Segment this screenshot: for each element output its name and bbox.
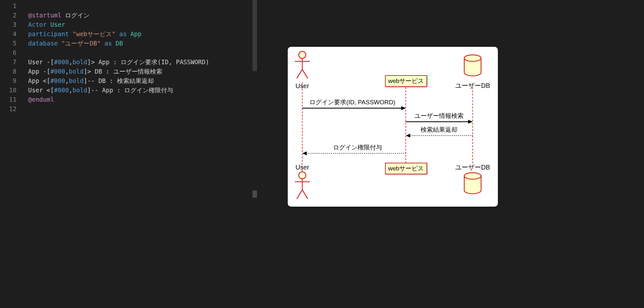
minimap[interactable] (252, 0, 257, 308)
code-token: #000 (54, 58, 69, 66)
code-token: App <[ (28, 77, 50, 84)
code-token: @enduml (28, 96, 54, 103)
svg-line-20 (302, 190, 308, 199)
code-token: Actor (28, 21, 47, 28)
actor-icon-bottom (295, 172, 310, 199)
code-line[interactable] (28, 104, 257, 114)
svg-line-3 (297, 69, 302, 78)
line-number: 12 (0, 104, 24, 114)
database-top-label: ユーザーDB (455, 82, 490, 89)
code-line[interactable] (28, 1, 257, 11)
participant-box-bottom: webサービス (385, 163, 427, 174)
uml-diagram: User webサービス ユーザーDB ログイン要求(ID, PASSWORD) (288, 47, 498, 207)
code-token: , (69, 58, 72, 66)
message-2-label: ユーザー情報検索 (414, 112, 464, 119)
code-token: "ユーザーDB" (61, 40, 101, 47)
line-number: 9 (0, 76, 24, 86)
code-editor-pane[interactable]: 123456789101112 @startuml ログインActor User… (0, 0, 257, 308)
code-token: , (65, 68, 69, 75)
code-line[interactable]: database "ユーザーDB" as DB (28, 39, 257, 48)
code-token: database (28, 40, 58, 47)
svg-line-19 (297, 190, 302, 199)
line-number: 8 (0, 67, 24, 76)
preview-pane: User webサービス ユーザーDB ログイン要求(ID, PASSWORD) (257, 0, 644, 308)
participant-box-top: webサービス (385, 76, 427, 87)
code-line[interactable]: User -[#000,bold]> App : ログイン要求(ID, PASS… (28, 57, 257, 67)
code-area[interactable]: @startuml ログインActor Userparticipant "web… (24, 0, 257, 308)
code-token: User (50, 21, 65, 28)
code-line[interactable]: Actor User (28, 20, 257, 29)
database-bottom-label: ユーザーDB (455, 164, 490, 171)
code-line[interactable]: participant "webサービス" as App (28, 29, 257, 39)
line-number: 10 (0, 86, 24, 95)
minimap-viewport[interactable] (252, 0, 257, 71)
message-1-label: ログイン要求(ID, PASSWORD) (309, 99, 395, 106)
code-token: DB (116, 40, 123, 47)
code-token: ]> DB : ユーザー情報検索 (84, 68, 163, 75)
code-token (127, 30, 130, 37)
actor-icon-top (295, 51, 310, 78)
code-token: "webサービス" (72, 30, 115, 37)
participant-bottom-label: webサービス (388, 165, 424, 172)
line-number: 3 (0, 20, 24, 29)
line-number: 11 (0, 95, 24, 104)
svg-point-7 (464, 55, 481, 61)
code-token: User <[ (28, 87, 54, 94)
code-line[interactable] (28, 48, 257, 57)
code-token: , (65, 77, 69, 84)
code-token: ]-- DB : 検索結果返却 (84, 77, 154, 84)
code-line[interactable]: User <[#000,bold]-- App : ログイン権限付与 (28, 86, 257, 95)
svg-marker-15 (302, 151, 307, 155)
line-number: 2 (0, 11, 24, 20)
code-token: App (130, 30, 141, 37)
code-token: bold (72, 58, 87, 66)
actor-top-label: User (295, 82, 309, 89)
code-token (112, 40, 115, 47)
minimap-slider[interactable] (252, 190, 257, 198)
sequence-diagram-svg: User webサービス ユーザーDB ログイン要求(ID, PASSWORD) (288, 47, 498, 207)
code-line[interactable]: App -[#000,bold]> DB : ユーザー情報検索 (28, 67, 257, 76)
code-line[interactable]: @startuml ログイン (28, 11, 257, 20)
code-token (69, 30, 72, 37)
message-4: ログイン権限付与 (302, 144, 406, 155)
code-token: @startuml (28, 12, 61, 19)
message-3-label: 検索結果返却 (421, 126, 457, 133)
code-line[interactable]: @enduml (28, 95, 257, 104)
database-icon-top (464, 55, 481, 76)
code-token (47, 21, 50, 28)
code-token: App -[ (28, 68, 50, 75)
line-number: 6 (0, 48, 24, 57)
line-number: 7 (0, 57, 24, 67)
code-token (116, 30, 119, 37)
line-number: 4 (0, 29, 24, 39)
code-token: bold (69, 77, 84, 84)
svg-marker-9 (401, 106, 406, 110)
actor-bottom-label: User (295, 164, 309, 171)
code-token: #000 (54, 87, 69, 94)
code-token: User -[ (28, 58, 54, 66)
code-token: ]> App : ログイン要求(ID, PASSWORD) (87, 58, 209, 66)
message-4-label: ログイン権限付与 (333, 144, 382, 151)
code-token: #000 (50, 68, 65, 75)
code-token: as (119, 30, 127, 37)
code-token: bold (72, 87, 87, 94)
svg-point-16 (299, 172, 306, 179)
message-1: ログイン要求(ID, PASSWORD) (302, 99, 406, 110)
line-number: 1 (0, 1, 24, 11)
svg-point-23 (464, 173, 481, 179)
line-number: 5 (0, 39, 24, 48)
code-token (58, 40, 61, 47)
svg-line-4 (302, 69, 308, 78)
svg-marker-11 (468, 120, 473, 124)
code-token: , (69, 87, 72, 94)
code-token: #000 (50, 77, 65, 84)
database-icon-bottom (464, 173, 481, 194)
code-token: ログイン (61, 12, 90, 19)
code-token: participant (28, 30, 69, 37)
code-token: bold (69, 68, 84, 75)
svg-marker-13 (406, 134, 410, 138)
participant-top-label: webサービス (388, 77, 424, 84)
line-number-gutter: 123456789101112 (0, 0, 24, 308)
code-line[interactable]: App <[#000,bold]-- DB : 検索結果返却 (28, 76, 257, 86)
svg-point-0 (299, 51, 306, 58)
